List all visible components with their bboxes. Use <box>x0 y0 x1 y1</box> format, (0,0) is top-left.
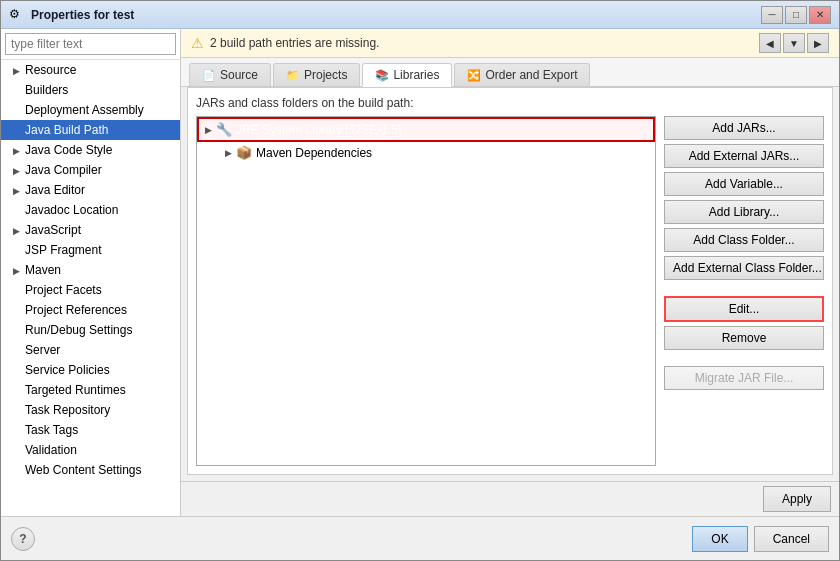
close-button[interactable]: ✕ <box>809 6 831 24</box>
add-external-class-folder-button[interactable]: Add External Class Folder... <box>664 256 824 280</box>
remove-button[interactable]: Remove <box>664 326 824 350</box>
tabs-bar: 📄 Source 📁 Projects 📚 Libraries 🔀 Order … <box>181 58 839 87</box>
sidebar-item-service-policies[interactable]: Service Policies <box>1 360 180 380</box>
sidebar-item-resource[interactable]: Resource <box>1 60 180 80</box>
sidebar-scroll: Resource Builders Deployment Assembly Ja… <box>1 59 180 516</box>
sidebar-item-java-build-path[interactable]: Java Build Path <box>1 120 180 140</box>
expand-arrow <box>13 186 21 194</box>
cancel-button[interactable]: Cancel <box>754 526 829 552</box>
window-controls: ─ □ ✕ <box>761 6 831 24</box>
window-icon: ⚙ <box>9 7 25 23</box>
bottom-bar: ? OK Cancel <box>1 516 839 560</box>
title-bar: ⚙ Properties for test ─ □ ✕ <box>1 1 839 29</box>
projects-tab-icon: 📁 <box>286 69 300 82</box>
minimize-button[interactable]: ─ <box>761 6 783 24</box>
sidebar-item-label: Builders <box>25 83 68 97</box>
maven-label: Maven Dependencies <box>256 146 372 160</box>
sidebar-item-label: Run/Debug Settings <box>25 323 132 337</box>
sidebar-item-targeted-runtimes[interactable]: Targeted Runtimes <box>1 380 180 400</box>
sidebar-item-maven[interactable]: Maven <box>1 260 180 280</box>
sidebar-item-label: Javadoc Location <box>25 203 118 217</box>
tab-libraries[interactable]: 📚 Libraries <box>362 63 452 87</box>
sidebar-item-label: Maven <box>25 263 61 277</box>
build-path-list[interactable]: ▶ 🔧 JRE System Library [J2SE-1.5] ▶ 📦 Ma… <box>196 116 656 466</box>
filter-input[interactable] <box>5 33 176 55</box>
build-path-area: ▶ 🔧 JRE System Library [J2SE-1.5] ▶ 📦 Ma… <box>196 116 824 466</box>
prev-warning-button[interactable]: ◀ <box>759 33 781 53</box>
next-warning-button[interactable]: ▶ <box>807 33 829 53</box>
ok-button[interactable]: OK <box>692 526 747 552</box>
order-export-tab-icon: 🔀 <box>467 69 481 82</box>
tab-projects[interactable]: 📁 Projects <box>273 63 360 86</box>
build-path-item-maven[interactable]: ▶ 📦 Maven Dependencies <box>197 142 655 163</box>
sidebar-item-java-code-style[interactable]: Java Code Style <box>1 140 180 160</box>
sidebar-item-java-compiler[interactable]: Java Compiler <box>1 160 180 180</box>
sidebar-item-validation[interactable]: Validation <box>1 440 180 460</box>
warning-message: 2 build path entries are missing. <box>210 36 379 50</box>
sidebar-item-builders[interactable]: Builders <box>1 80 180 100</box>
maven-expand-arrow: ▶ <box>225 148 232 158</box>
sidebar-item-deployment[interactable]: Deployment Assembly <box>1 100 180 120</box>
sidebar-item-label: Server <box>25 343 60 357</box>
sidebar-item-task-repository[interactable]: Task Repository <box>1 400 180 420</box>
source-tab-icon: 📄 <box>202 69 216 82</box>
tab-order-export-label: Order and Export <box>485 68 577 82</box>
migrate-jar-button[interactable]: Migrate JAR File... <box>664 366 824 390</box>
edit-button[interactable]: Edit... <box>664 296 824 322</box>
sidebar-item-java-editor[interactable]: Java Editor <box>1 180 180 200</box>
warning-icon: ⚠ <box>191 35 204 51</box>
expand-arrow <box>13 146 21 154</box>
expand-arrow <box>13 266 21 274</box>
sidebar-item-label: Project References <box>25 303 127 317</box>
sidebar-item-label: Java Compiler <box>25 163 102 177</box>
sidebar-item-jsp-fragment[interactable]: JSP Fragment <box>1 240 180 260</box>
maximize-button[interactable]: □ <box>785 6 807 24</box>
sidebar-item-server[interactable]: Server <box>1 340 180 360</box>
sidebar-item-label: Project Facets <box>25 283 102 297</box>
expand-arrow <box>13 226 21 234</box>
sidebar-item-project-facets[interactable]: Project Facets <box>1 280 180 300</box>
jre-icon: 🔧 <box>216 122 232 137</box>
tab-projects-label: Projects <box>304 68 347 82</box>
content-area: Resource Builders Deployment Assembly Ja… <box>1 29 839 516</box>
add-library-button[interactable]: Add Library... <box>664 200 824 224</box>
add-variable-button[interactable]: Add Variable... <box>664 172 824 196</box>
sidebar-item-label: Task Tags <box>25 423 78 437</box>
sidebar-item-task-tags[interactable]: Task Tags <box>1 420 180 440</box>
sidebar-item-label: Resource <box>25 63 76 77</box>
sidebar-item-label: JSP Fragment <box>25 243 101 257</box>
warning-bar: ⚠ 2 build path entries are missing. ◀ ▼ … <box>181 29 839 58</box>
sidebar-item-label: Validation <box>25 443 77 457</box>
sidebar-item-label: Java Editor <box>25 183 85 197</box>
sidebar: Resource Builders Deployment Assembly Ja… <box>1 29 181 516</box>
tab-order-export[interactable]: 🔀 Order and Export <box>454 63 590 86</box>
panel-content: JARs and class folders on the build path… <box>187 87 833 475</box>
sidebar-item-label: JavaScript <box>25 223 81 237</box>
tab-libraries-label: Libraries <box>393 68 439 82</box>
jre-expand-arrow: ▶ <box>205 125 212 135</box>
apply-row: Apply <box>181 481 839 516</box>
sidebar-item-javascript[interactable]: JavaScript <box>1 220 180 240</box>
libraries-tab-icon: 📚 <box>375 69 389 82</box>
tab-source[interactable]: 📄 Source <box>189 63 271 86</box>
nav-dropdown-button[interactable]: ▼ <box>783 33 805 53</box>
sidebar-item-javadoc[interactable]: Javadoc Location <box>1 200 180 220</box>
add-jars-button[interactable]: Add JARs... <box>664 116 824 140</box>
expand-arrow <box>13 66 21 74</box>
sidebar-item-web-content[interactable]: Web Content Settings <box>1 460 180 480</box>
sidebar-item-run-debug[interactable]: Run/Debug Settings <box>1 320 180 340</box>
apply-button[interactable]: Apply <box>763 486 831 512</box>
sidebar-item-label: Java Code Style <box>25 143 112 157</box>
build-path-item-jre[interactable]: ▶ 🔧 JRE System Library [J2SE-1.5] <box>197 117 655 142</box>
help-button[interactable]: ? <box>11 527 35 551</box>
add-external-jars-button[interactable]: Add External JARs... <box>664 144 824 168</box>
add-class-folder-button[interactable]: Add Class Folder... <box>664 228 824 252</box>
right-panel: ⚠ 2 build path entries are missing. ◀ ▼ … <box>181 29 839 516</box>
sidebar-item-label: Web Content Settings <box>25 463 142 477</box>
tab-source-label: Source <box>220 68 258 82</box>
nav-arrows: ◀ ▼ ▶ <box>759 33 829 53</box>
expand-arrow <box>13 166 21 174</box>
maven-icon: 📦 <box>236 145 252 160</box>
bottom-right-buttons: OK Cancel <box>692 526 829 552</box>
sidebar-item-project-references[interactable]: Project References <box>1 300 180 320</box>
